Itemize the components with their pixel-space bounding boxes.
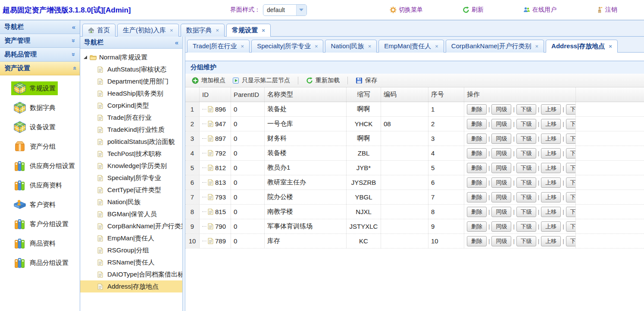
delete-button[interactable]: 删除 <box>467 148 487 159</box>
interface-style-select[interactable]: default <box>263 4 307 16</box>
tree-node[interactable]: CertType|证件类型 <box>80 184 182 196</box>
show-second-level-button[interactable]: 只显示第二层节点 <box>230 77 292 84</box>
save-button[interactable]: 保存 <box>353 77 379 84</box>
main-tab[interactable]: 首页 <box>82 24 116 37</box>
close-icon[interactable]: × <box>216 27 219 34</box>
column-header-seq[interactable]: 序号 <box>428 87 464 102</box>
tree-node[interactable]: Address|存放地点 <box>80 280 182 292</box>
same-level-button[interactable]: 同级 <box>491 148 511 159</box>
child-level-button[interactable]: 下级 <box>516 148 536 159</box>
delete-button[interactable]: 删除 <box>467 236 487 246</box>
move-up-button[interactable]: 上移 <box>541 148 561 159</box>
column-header-code[interactable]: 编码 <box>381 87 428 102</box>
tree-node[interactable]: BGMan|保管人员 <box>80 208 182 220</box>
same-level-button[interactable]: 同级 <box>491 221 511 232</box>
table-row[interactable]: 7 793 0 院办公楼 YBGL <box>185 190 644 205</box>
child-level-button[interactable]: 下级 <box>516 119 536 129</box>
inner-tab[interactable]: EmpMan|责任人 × <box>378 40 444 53</box>
move-down-button[interactable]: 下移 <box>566 119 576 129</box>
tree-node[interactable]: CorpKind|类型 <box>80 100 182 112</box>
child-level-button[interactable]: 下级 <box>516 163 536 173</box>
move-down-button[interactable]: 下移 <box>566 148 576 159</box>
expander-icon[interactable] <box>84 56 87 59</box>
online-users-button[interactable]: 在线用户 <box>523 6 556 14</box>
accordion-asset-settings-header[interactable]: 资产设置 » <box>0 62 80 75</box>
inner-tab[interactable]: CorpBankName|开户行类别 × <box>446 40 544 53</box>
move-down-button[interactable]: 下移 <box>566 163 576 173</box>
tree-node[interactable]: Nation|民族 <box>80 196 182 208</box>
select-caret-button[interactable] <box>296 5 306 16</box>
tree-node[interactable]: politicalStatus|政治面貌 <box>80 136 182 148</box>
close-icon[interactable]: × <box>170 27 173 34</box>
move-up-button[interactable]: 上移 <box>541 207 561 217</box>
move-up-button[interactable]: 上移 <box>541 163 561 173</box>
child-level-button[interactable]: 下级 <box>516 192 536 202</box>
move-down-button[interactable]: 下移 <box>566 236 576 246</box>
table-row[interactable]: 8 815 0 南教学楼 NJXL <box>185 205 644 219</box>
sidebar-item[interactable]: 商品分组设置 <box>11 256 71 270</box>
tree-node[interactable]: Trade|所在行业 <box>80 112 182 124</box>
table-row[interactable]: 10 789 0 库存 KC <box>185 234 644 249</box>
tree-node[interactable]: CorpBankName|开户行类别 <box>80 220 182 232</box>
sidebar-item[interactable]: 数据字典 <box>11 101 58 115</box>
same-level-button[interactable]: 同级 <box>491 119 511 129</box>
move-up-button[interactable]: 上移 <box>541 134 561 144</box>
same-level-button[interactable]: 同级 <box>491 177 511 188</box>
accordion-consumables-header[interactable]: 易耗品管理 » <box>0 48 80 62</box>
table-row[interactable]: 9 790 0 军事体育训练场 JSTYXL <box>185 219 644 234</box>
close-icon[interactable]: × <box>435 43 438 50</box>
move-up-button[interactable]: 上移 <box>541 192 561 202</box>
inner-tab[interactable]: Specialty|所学专业 × <box>251 40 323 53</box>
move-up-button[interactable]: 上移 <box>541 221 561 232</box>
tree-node[interactable]: RSGroup|分组 <box>80 244 182 256</box>
move-down-button[interactable]: 下移 <box>566 104 576 115</box>
move-down-button[interactable]: 下移 <box>566 207 576 217</box>
collapse-left-icon[interactable]: « <box>72 23 75 31</box>
main-tab[interactable]: 数据字典 × <box>181 24 225 37</box>
move-down-button[interactable]: 下移 <box>566 221 576 232</box>
tree-node[interactable]: Knowledge|学历类别 <box>80 160 182 172</box>
reload-button[interactable]: 重新加载 <box>304 77 342 84</box>
child-level-button[interactable]: 下级 <box>516 221 536 232</box>
tree-node[interactable]: DAIOType|合同档案借出标识 <box>80 268 182 280</box>
refresh-button[interactable]: 刷新 <box>463 6 484 14</box>
close-icon[interactable]: × <box>609 43 612 50</box>
close-icon[interactable]: × <box>241 43 244 50</box>
child-level-button[interactable]: 下级 <box>516 207 536 217</box>
same-level-button[interactable]: 同级 <box>491 104 511 115</box>
table-row[interactable]: 6 813 0 教研室主任办 JYSZRB <box>185 175 644 190</box>
switch-menu-button[interactable]: 切换菜单 <box>390 6 423 14</box>
close-icon[interactable]: × <box>535 43 538 50</box>
child-level-button[interactable]: 下级 <box>516 236 536 246</box>
delete-button[interactable]: 删除 <box>467 207 487 217</box>
table-row[interactable]: 4 792 0 装备楼 ZBL <box>185 146 644 161</box>
tree-node[interactable]: RSName|责任人 <box>80 256 182 268</box>
tree-node[interactable]: TradeKind|行业性质 <box>80 124 182 136</box>
column-header-abbr[interactable]: 缩写 <box>347 87 381 102</box>
close-icon[interactable]: × <box>315 43 318 50</box>
tree-root-node[interactable]: Normal|常规设置 <box>80 51 182 63</box>
sidebar-item[interactable]: 资产分组 <box>11 140 58 153</box>
same-level-button[interactable]: 同级 <box>491 134 511 144</box>
same-level-button[interactable]: 同级 <box>491 207 511 217</box>
main-tab[interactable]: 生产(初始)入库 × <box>117 24 179 37</box>
tree-node[interactable]: HeadShip|职务类别 <box>80 87 182 100</box>
tree-node[interactable]: AuthStatus|审核状态 <box>80 63 182 75</box>
tree-node[interactable]: Department|使用部门 <box>80 75 182 87</box>
inner-tab[interactable]: Trade|所在行业 × <box>187 40 250 53</box>
same-level-button[interactable]: 同级 <box>491 163 511 173</box>
table-row[interactable]: 1 896 0 装备处 啊啊 <box>185 102 644 117</box>
sidebar-item[interactable]: 常规设置 <box>11 81 58 95</box>
splitter-handle[interactable] <box>182 37 185 311</box>
add-root-button[interactable]: 增加根点 <box>190 77 228 84</box>
delete-button[interactable]: 删除 <box>467 192 487 202</box>
move-up-button[interactable]: 上移 <box>541 104 561 115</box>
column-header-ops[interactable]: 操作 <box>464 87 576 102</box>
move-up-button[interactable]: 上移 <box>541 236 561 246</box>
logout-button[interactable]: 注销 <box>596 6 617 14</box>
child-level-button[interactable]: 下级 <box>516 134 536 144</box>
column-header-parentid[interactable]: ParentID <box>231 87 265 102</box>
column-header-id[interactable]: ID <box>200 87 231 102</box>
sidebar-item[interactable]: 商品资料 <box>11 236 58 250</box>
inner-tab[interactable]: Nation|民族 × <box>325 40 377 53</box>
